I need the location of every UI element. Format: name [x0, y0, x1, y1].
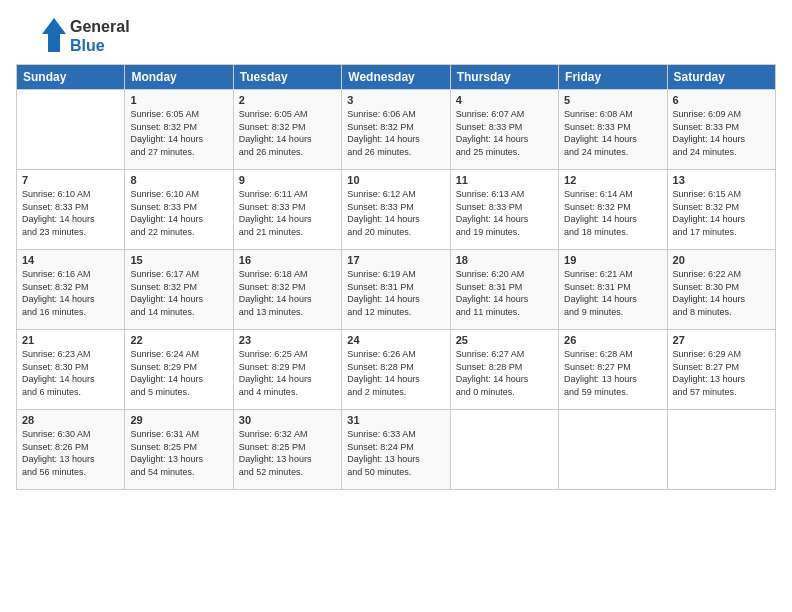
day-info: Sunrise: 6:22 AM Sunset: 8:30 PM Dayligh… [673, 268, 770, 318]
day-info: Sunrise: 6:25 AM Sunset: 8:29 PM Dayligh… [239, 348, 336, 398]
calendar-day-cell: 18Sunrise: 6:20 AM Sunset: 8:31 PM Dayli… [450, 250, 558, 330]
day-number: 15 [130, 254, 227, 266]
day-number: 18 [456, 254, 553, 266]
day-number: 11 [456, 174, 553, 186]
calendar-day-cell: 25Sunrise: 6:27 AM Sunset: 8:28 PM Dayli… [450, 330, 558, 410]
day-number: 27 [673, 334, 770, 346]
day-number: 23 [239, 334, 336, 346]
calendar-day-cell: 27Sunrise: 6:29 AM Sunset: 8:27 PM Dayli… [667, 330, 775, 410]
day-info: Sunrise: 6:07 AM Sunset: 8:33 PM Dayligh… [456, 108, 553, 158]
day-of-week-header: Monday [125, 65, 233, 90]
day-of-week-header: Tuesday [233, 65, 341, 90]
calendar-day-cell [667, 410, 775, 490]
day-info: Sunrise: 6:29 AM Sunset: 8:27 PM Dayligh… [673, 348, 770, 398]
calendar-day-cell [450, 410, 558, 490]
day-info: Sunrise: 6:17 AM Sunset: 8:32 PM Dayligh… [130, 268, 227, 318]
day-info: Sunrise: 6:18 AM Sunset: 8:32 PM Dayligh… [239, 268, 336, 318]
day-number: 16 [239, 254, 336, 266]
logo: GeneralBlue [16, 16, 130, 56]
day-info: Sunrise: 6:21 AM Sunset: 8:31 PM Dayligh… [564, 268, 661, 318]
calendar-header-row: SundayMondayTuesdayWednesdayThursdayFrid… [17, 65, 776, 90]
calendar-week-row: 14Sunrise: 6:16 AM Sunset: 8:32 PM Dayli… [17, 250, 776, 330]
calendar-day-cell: 7Sunrise: 6:10 AM Sunset: 8:33 PM Daylig… [17, 170, 125, 250]
day-number: 24 [347, 334, 444, 346]
day-of-week-header: Sunday [17, 65, 125, 90]
day-info: Sunrise: 6:05 AM Sunset: 8:32 PM Dayligh… [239, 108, 336, 158]
calendar-day-cell: 15Sunrise: 6:17 AM Sunset: 8:32 PM Dayli… [125, 250, 233, 330]
day-number: 6 [673, 94, 770, 106]
calendar-day-cell: 4Sunrise: 6:07 AM Sunset: 8:33 PM Daylig… [450, 90, 558, 170]
calendar-day-cell: 3Sunrise: 6:06 AM Sunset: 8:32 PM Daylig… [342, 90, 450, 170]
calendar-day-cell: 22Sunrise: 6:24 AM Sunset: 8:29 PM Dayli… [125, 330, 233, 410]
logo-svg [16, 16, 66, 56]
svg-marker-0 [42, 18, 66, 52]
day-info: Sunrise: 6:26 AM Sunset: 8:28 PM Dayligh… [347, 348, 444, 398]
day-info: Sunrise: 6:15 AM Sunset: 8:32 PM Dayligh… [673, 188, 770, 238]
day-of-week-header: Friday [559, 65, 667, 90]
calendar-day-cell: 29Sunrise: 6:31 AM Sunset: 8:25 PM Dayli… [125, 410, 233, 490]
calendar-day-cell: 14Sunrise: 6:16 AM Sunset: 8:32 PM Dayli… [17, 250, 125, 330]
day-info: Sunrise: 6:13 AM Sunset: 8:33 PM Dayligh… [456, 188, 553, 238]
day-info: Sunrise: 6:06 AM Sunset: 8:32 PM Dayligh… [347, 108, 444, 158]
calendar-week-row: 7Sunrise: 6:10 AM Sunset: 8:33 PM Daylig… [17, 170, 776, 250]
day-info: Sunrise: 6:12 AM Sunset: 8:33 PM Dayligh… [347, 188, 444, 238]
day-of-week-header: Wednesday [342, 65, 450, 90]
day-number: 30 [239, 414, 336, 426]
calendar-day-cell: 13Sunrise: 6:15 AM Sunset: 8:32 PM Dayli… [667, 170, 775, 250]
day-info: Sunrise: 6:33 AM Sunset: 8:24 PM Dayligh… [347, 428, 444, 478]
calendar-week-row: 1Sunrise: 6:05 AM Sunset: 8:32 PM Daylig… [17, 90, 776, 170]
day-info: Sunrise: 6:20 AM Sunset: 8:31 PM Dayligh… [456, 268, 553, 318]
day-number: 5 [564, 94, 661, 106]
calendar-day-cell [17, 90, 125, 170]
day-of-week-header: Saturday [667, 65, 775, 90]
day-info: Sunrise: 6:23 AM Sunset: 8:30 PM Dayligh… [22, 348, 119, 398]
calendar-table: SundayMondayTuesdayWednesdayThursdayFrid… [16, 64, 776, 490]
day-number: 19 [564, 254, 661, 266]
day-of-week-header: Thursday [450, 65, 558, 90]
day-info: Sunrise: 6:24 AM Sunset: 8:29 PM Dayligh… [130, 348, 227, 398]
header: GeneralBlue [16, 16, 776, 56]
day-number: 3 [347, 94, 444, 106]
day-info: Sunrise: 6:10 AM Sunset: 8:33 PM Dayligh… [22, 188, 119, 238]
day-number: 21 [22, 334, 119, 346]
day-info: Sunrise: 6:28 AM Sunset: 8:27 PM Dayligh… [564, 348, 661, 398]
day-info: Sunrise: 6:14 AM Sunset: 8:32 PM Dayligh… [564, 188, 661, 238]
day-number: 14 [22, 254, 119, 266]
day-number: 31 [347, 414, 444, 426]
calendar-day-cell: 26Sunrise: 6:28 AM Sunset: 8:27 PM Dayli… [559, 330, 667, 410]
calendar-day-cell: 9Sunrise: 6:11 AM Sunset: 8:33 PM Daylig… [233, 170, 341, 250]
day-info: Sunrise: 6:16 AM Sunset: 8:32 PM Dayligh… [22, 268, 119, 318]
calendar-day-cell: 21Sunrise: 6:23 AM Sunset: 8:30 PM Dayli… [17, 330, 125, 410]
day-number: 26 [564, 334, 661, 346]
day-number: 1 [130, 94, 227, 106]
day-number: 20 [673, 254, 770, 266]
day-number: 7 [22, 174, 119, 186]
calendar-day-cell: 10Sunrise: 6:12 AM Sunset: 8:33 PM Dayli… [342, 170, 450, 250]
day-info: Sunrise: 6:31 AM Sunset: 8:25 PM Dayligh… [130, 428, 227, 478]
day-number: 12 [564, 174, 661, 186]
logo-text-block: GeneralBlue [70, 17, 130, 55]
calendar-day-cell: 11Sunrise: 6:13 AM Sunset: 8:33 PM Dayli… [450, 170, 558, 250]
day-number: 13 [673, 174, 770, 186]
day-number: 8 [130, 174, 227, 186]
day-number: 17 [347, 254, 444, 266]
calendar-day-cell: 30Sunrise: 6:32 AM Sunset: 8:25 PM Dayli… [233, 410, 341, 490]
day-info: Sunrise: 6:10 AM Sunset: 8:33 PM Dayligh… [130, 188, 227, 238]
logo-text-blue: Blue [70, 36, 130, 55]
calendar-day-cell: 12Sunrise: 6:14 AM Sunset: 8:32 PM Dayli… [559, 170, 667, 250]
day-info: Sunrise: 6:05 AM Sunset: 8:32 PM Dayligh… [130, 108, 227, 158]
calendar-day-cell: 1Sunrise: 6:05 AM Sunset: 8:32 PM Daylig… [125, 90, 233, 170]
day-info: Sunrise: 6:09 AM Sunset: 8:33 PM Dayligh… [673, 108, 770, 158]
calendar-day-cell: 2Sunrise: 6:05 AM Sunset: 8:32 PM Daylig… [233, 90, 341, 170]
calendar-day-cell: 5Sunrise: 6:08 AM Sunset: 8:33 PM Daylig… [559, 90, 667, 170]
day-info: Sunrise: 6:11 AM Sunset: 8:33 PM Dayligh… [239, 188, 336, 238]
logo-text-general: General [70, 17, 130, 36]
day-number: 25 [456, 334, 553, 346]
calendar-day-cell: 20Sunrise: 6:22 AM Sunset: 8:30 PM Dayli… [667, 250, 775, 330]
calendar-week-row: 28Sunrise: 6:30 AM Sunset: 8:26 PM Dayli… [17, 410, 776, 490]
calendar-day-cell: 19Sunrise: 6:21 AM Sunset: 8:31 PM Dayli… [559, 250, 667, 330]
day-number: 28 [22, 414, 119, 426]
calendar-day-cell: 17Sunrise: 6:19 AM Sunset: 8:31 PM Dayli… [342, 250, 450, 330]
day-number: 10 [347, 174, 444, 186]
calendar-day-cell: 16Sunrise: 6:18 AM Sunset: 8:32 PM Dayli… [233, 250, 341, 330]
